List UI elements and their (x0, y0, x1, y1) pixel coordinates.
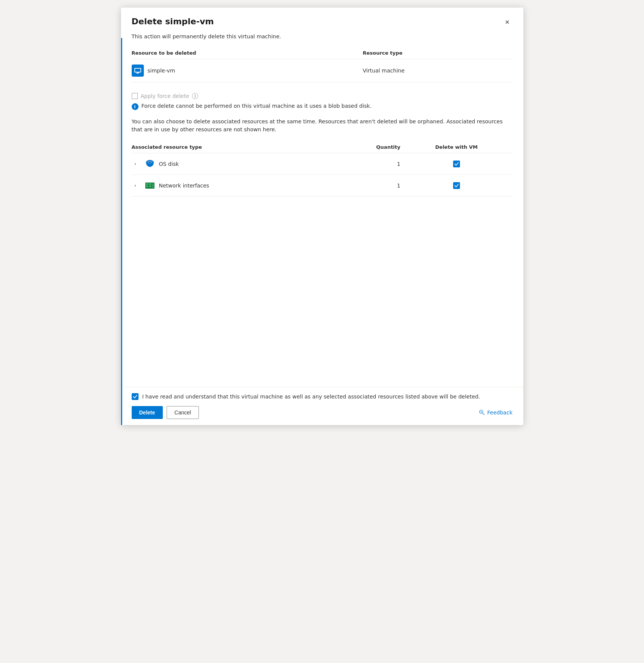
feedback-label: Feedback (487, 409, 513, 416)
svg-rect-3 (136, 73, 140, 74)
svg-rect-11 (149, 183, 151, 185)
info-badge: i (132, 103, 139, 110)
svg-rect-10 (146, 183, 148, 185)
table-row: › OS dis (132, 153, 513, 175)
network-quantity: 1 (337, 175, 400, 197)
force-delete-info-row: i Force delete cannot be performed on th… (132, 103, 513, 110)
confirm-checkbox[interactable] (132, 393, 139, 400)
delete-button[interactable]: Delete (132, 406, 163, 419)
network-expander[interactable]: › (132, 182, 139, 189)
network-delete-checkbox[interactable] (453, 182, 460, 189)
dialog-title: Delete simple-vm (132, 17, 214, 26)
os-disk-delete-checkbox-cell (400, 153, 513, 175)
network-delete-checkbox-cell (400, 175, 513, 197)
network-icon (145, 180, 155, 191)
svg-rect-2 (137, 72, 139, 73)
os-disk-quantity: 1 (337, 153, 400, 175)
cancel-button[interactable]: Cancel (167, 406, 199, 419)
os-disk-row-label: › OS dis (132, 159, 337, 169)
associated-description: You can also choose to delete associated… (132, 118, 513, 134)
dialog-subtitle: This action will permanently delete this… (132, 33, 513, 39)
col-associated-type: Associated resource type (132, 141, 337, 153)
svg-rect-12 (146, 186, 148, 187)
network-row-label: › (132, 180, 337, 191)
resource-table: Resource to be deleted Resource type (132, 47, 513, 82)
confirm-row: I have read and understand that this vir… (132, 393, 513, 400)
col-type: Resource type (363, 47, 513, 59)
close-button[interactable]: × (502, 17, 513, 27)
svg-rect-15 (152, 185, 154, 186)
svg-rect-16 (152, 187, 154, 187)
svg-point-19 (481, 411, 482, 412)
force-delete-info-icon: i (192, 93, 198, 99)
vm-type: Virtual machine (363, 59, 513, 82)
feedback-icon (479, 409, 485, 416)
footer-left-buttons: Delete Cancel (132, 406, 199, 419)
dialog-body: This action will permanently delete this… (121, 33, 523, 387)
vm-icon (132, 65, 144, 77)
svg-rect-14 (152, 184, 154, 184)
table-row: simple-vm Virtual machine (132, 59, 513, 82)
os-disk-icon (145, 159, 155, 169)
col-quantity: Quantity (337, 141, 400, 153)
svg-point-8 (149, 162, 151, 163)
svg-rect-1 (135, 69, 140, 72)
force-delete-info-text: Force delete cannot be performed on this… (142, 103, 372, 109)
confirm-text: I have read and understand that this vir… (142, 394, 480, 400)
footer-buttons: Delete Cancel Feedback (132, 406, 513, 419)
vm-name: simple-vm (148, 68, 175, 74)
resource-name-cell: simple-vm (132, 65, 363, 77)
dialog-header: Delete simple-vm × (121, 8, 523, 33)
force-delete-label: Apply force delete (141, 93, 189, 99)
col-resource: Resource to be deleted (132, 47, 363, 59)
dialog-footer: I have read and understand that this vir… (121, 387, 523, 425)
col-delete-with-vm: Delete with VM (400, 141, 513, 153)
force-delete-checkbox[interactable] (132, 93, 138, 99)
associated-table: Associated resource type Quantity Delete… (132, 141, 513, 197)
svg-rect-13 (149, 186, 151, 187)
force-delete-section: Apply force delete i i Force delete cann… (132, 93, 513, 110)
os-disk-delete-checkbox[interactable] (453, 161, 460, 167)
table-row: › (132, 175, 513, 197)
feedback-link[interactable]: Feedback (479, 409, 513, 416)
left-accent-bar (121, 38, 122, 425)
os-disk-expander[interactable]: › (132, 160, 139, 168)
delete-dialog: Delete simple-vm × This action will perm… (121, 8, 523, 425)
os-disk-label: OS disk (159, 161, 179, 167)
info-icon-letter: i (195, 94, 196, 98)
info-badge-letter: i (134, 104, 136, 109)
network-label: Network interfaces (159, 183, 209, 189)
force-delete-row: Apply force delete i (132, 93, 513, 99)
